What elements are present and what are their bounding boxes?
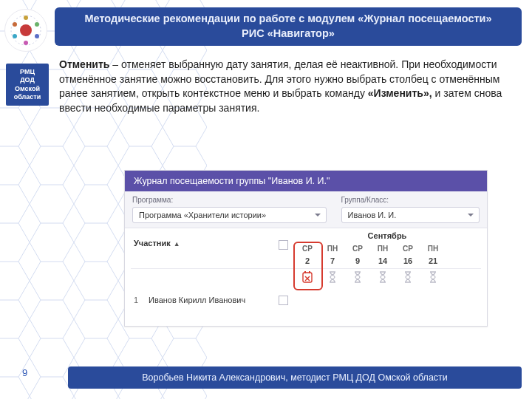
date-cell[interactable]: 16 <box>395 256 420 265</box>
hourglass-icon[interactable] <box>395 271 420 283</box>
tag-line: РМЦ <box>9 68 46 76</box>
svg-point-4 <box>24 16 28 20</box>
svg-point-9 <box>13 22 17 27</box>
date-cell[interactable]: 9 <box>345 256 370 265</box>
svg-point-6 <box>35 34 39 38</box>
footer-text: Воробьев Никита Александрович, методист … <box>142 372 448 383</box>
table-row: 1 Иванов Кирилл Иванович <box>125 290 487 313</box>
logo <box>4 9 47 52</box>
tag-line: области <box>9 93 46 101</box>
day-cell: ПН <box>320 245 345 253</box>
group-label: Группа/Класс: <box>341 196 480 204</box>
day-cell: СР <box>395 245 420 253</box>
row-checkbox[interactable] <box>279 296 288 305</box>
lead-word: Отменить <box>59 58 109 70</box>
day-cell: ПН <box>420 245 446 253</box>
title-bar: Методические рекомендации по работе с мо… <box>55 7 522 46</box>
date-cell[interactable]: 21 <box>420 256 446 265</box>
month-header: Сентябрь <box>295 231 480 240</box>
participant-header: Участник▲ <box>134 239 180 248</box>
org-tag: РМЦ ДОД Омской области <box>6 64 49 106</box>
svg-point-5 <box>35 22 39 27</box>
program-label: Программа: <box>132 196 327 204</box>
hourglass-icon[interactable] <box>420 271 446 283</box>
panel-header: Журнал посещаемости группы "Иванов И. И.… <box>125 171 487 191</box>
group-select[interactable]: Иванов И. И. <box>341 207 480 223</box>
tag-line: ДОД <box>9 76 46 84</box>
svg-point-7 <box>24 41 28 45</box>
hourglass-icon[interactable] <box>320 271 345 283</box>
hourglass-icon[interactable] <box>370 271 395 283</box>
screenshot-panel: Журнал посещаемости группы "Иванов И. И.… <box>124 170 488 327</box>
highlight-box <box>293 242 323 290</box>
page-title: Методические рекомендации по работе с мо… <box>77 12 499 41</box>
footer-bar: Воробьев Никита Александрович, методист … <box>68 366 522 389</box>
select-all-checkbox[interactable] <box>279 240 288 250</box>
participant-name: Иванов Кирилл Иванович <box>149 296 245 304</box>
row-number: 1 <box>134 296 138 304</box>
day-cell: СР <box>345 245 370 253</box>
hourglass-icon[interactable] <box>345 271 370 283</box>
date-cell[interactable]: 14 <box>370 256 395 265</box>
program-select[interactable]: Программа «Хранители истории» <box>132 207 327 223</box>
day-cell: ПН <box>370 245 395 253</box>
sort-arrow-icon[interactable]: ▲ <box>174 240 180 248</box>
svg-point-8 <box>13 34 17 38</box>
command-word: «Изменить», <box>368 87 432 99</box>
svg-point-3 <box>20 24 32 36</box>
body-text: Отменить – отменяет выбранную дату занят… <box>59 58 514 115</box>
page-number: 9 <box>22 367 27 378</box>
tag-line: Омской <box>9 85 46 93</box>
date-cell[interactable]: 7 <box>320 256 345 265</box>
